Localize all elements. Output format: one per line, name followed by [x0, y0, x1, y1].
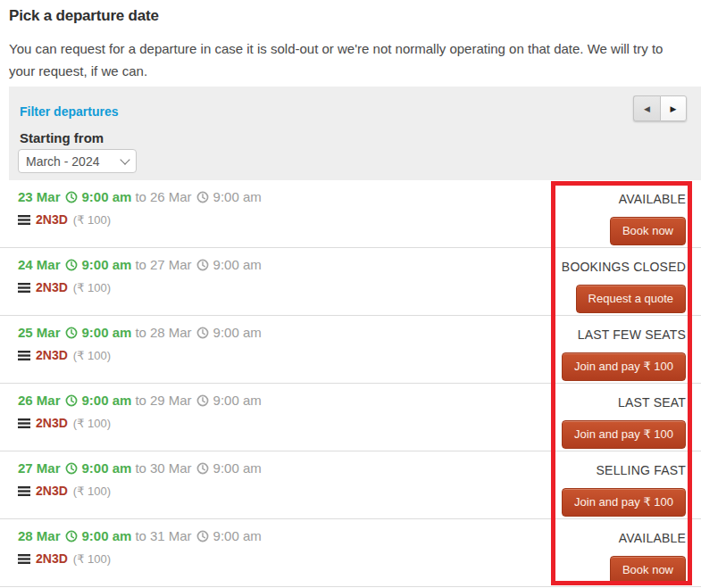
join-pay-button[interactable]: Join and pay ₹ 100 — [562, 352, 686, 381]
price-label: (₹ 100) — [73, 213, 111, 227]
prev-arrow-icon: ◀ — [644, 104, 650, 113]
menu-icon — [18, 351, 30, 360]
clock-icon — [65, 191, 78, 203]
clock-icon — [196, 191, 209, 203]
to-label: to — [135, 257, 146, 272]
status-badge: BOOKINGS CLOSED — [562, 260, 686, 274]
to-label: to — [135, 460, 146, 476]
page-title: Pick a departure date — [9, 7, 159, 25]
month-select[interactable]: March - 2024 — [18, 149, 137, 173]
to-label: to — [135, 393, 146, 408]
description-line-2: your request, if we can. — [9, 60, 701, 82]
month-select-value: March - 2024 — [26, 154, 118, 169]
end-date: 26 Mar — [150, 189, 192, 205]
clock-icon — [196, 394, 209, 407]
status-badge: LAST SEAT — [562, 395, 686, 410]
description-line-1: You can request for a departure in case … — [9, 37, 701, 60]
end-date: 30 Mar — [150, 460, 192, 476]
to-label: to — [135, 325, 146, 340]
next-arrow-icon: ▶ — [671, 104, 677, 113]
end-date: 27 Mar — [150, 257, 192, 273]
start-date: 25 Mar — [18, 325, 61, 341]
book-now-button[interactable]: Book now — [610, 217, 686, 245]
status-badge: LAST FEW SEATS — [562, 327, 686, 342]
menu-icon — [18, 486, 30, 496]
end-time: 9:00 am — [213, 460, 262, 476]
start-time: 9:00 am — [82, 393, 132, 409]
page-description: You can request for a departure in case … — [9, 37, 701, 82]
date-range: 28 Mar9:00 amto31 Mar9:00 am — [18, 528, 686, 544]
clock-icon — [65, 259, 78, 271]
clock-icon — [196, 327, 209, 339]
to-label: to — [135, 528, 146, 543]
status-badge: AVAILABLE — [610, 192, 686, 206]
end-time: 9:00 am — [213, 325, 262, 341]
duration-badge: 2N3D — [36, 212, 68, 227]
clock-icon — [196, 462, 209, 475]
start-date: 28 Mar — [18, 528, 61, 544]
start-time: 9:00 am — [82, 189, 132, 205]
chevron-down-icon — [120, 154, 129, 164]
start-date: 24 Mar — [18, 257, 61, 273]
start-date: 26 Mar — [18, 393, 61, 409]
departure-row: 23 Mar9:00 amto26 Mar9:00 am 2N3D (₹ 100… — [0, 180, 701, 248]
end-time: 9:00 am — [213, 257, 262, 273]
menu-icon — [18, 215, 30, 225]
request-quote-button[interactable]: Request a quote — [576, 285, 686, 313]
departure-row: 27 Mar9:00 amto30 Mar9:00 am 2N3D (₹ 100… — [0, 451, 701, 519]
clock-icon — [196, 259, 209, 271]
pager: ◀ ▶ — [633, 95, 687, 121]
menu-icon — [18, 418, 30, 428]
duration-badge: 2N3D — [36, 484, 68, 498]
departure-row: 24 Mar9:00 amto27 Mar9:00 am 2N3D (₹ 100… — [0, 248, 701, 316]
end-time: 9:00 am — [213, 393, 262, 409]
book-now-button[interactable]: Book now — [610, 556, 686, 584]
departure-row: 28 Mar9:00 amto31 Mar9:00 am 2N3D (₹ 100… — [0, 519, 701, 587]
price-label: (₹ 100) — [73, 484, 111, 498]
end-date: 29 Mar — [150, 393, 192, 409]
duration-badge: 2N3D — [36, 416, 68, 430]
start-date: 23 Mar — [18, 189, 61, 205]
end-date: 31 Mar — [150, 528, 192, 544]
filter-departures-link[interactable]: Filter departures — [20, 104, 118, 119]
start-time: 9:00 am — [82, 325, 132, 341]
price-label: (₹ 100) — [73, 349, 111, 362]
prev-month-button[interactable]: ◀ — [633, 95, 660, 121]
clock-icon — [65, 462, 78, 475]
end-time: 9:00 am — [213, 528, 262, 544]
start-date: 27 Mar — [18, 460, 61, 476]
duration-badge: 2N3D — [36, 280, 68, 294]
menu-icon — [18, 283, 30, 293]
clock-icon — [65, 394, 78, 407]
clock-icon — [65, 530, 78, 542]
departure-row: 25 Mar9:00 amto28 Mar9:00 am 2N3D (₹ 100… — [0, 316, 701, 384]
date-range: 23 Mar9:00 amto26 Mar9:00 am — [18, 189, 686, 205]
price-label: (₹ 100) — [73, 281, 111, 294]
join-pay-button[interactable]: Join and pay ₹ 100 — [562, 420, 686, 449]
price-label: (₹ 100) — [73, 417, 111, 430]
next-month-button[interactable]: ▶ — [660, 95, 687, 121]
duration-badge: 2N3D — [36, 348, 68, 362]
menu-icon — [18, 554, 30, 564]
start-time: 9:00 am — [82, 528, 132, 544]
status-badge: SELLING FAST — [562, 463, 686, 477]
to-label: to — [135, 189, 146, 204]
filter-panel: Filter departures Starting from March - … — [9, 87, 701, 180]
clock-icon — [65, 327, 78, 339]
start-time: 9:00 am — [82, 257, 132, 273]
join-pay-button[interactable]: Join and pay ₹ 100 — [562, 488, 686, 517]
end-date: 28 Mar — [150, 325, 192, 341]
starting-from-label: Starting from — [20, 130, 104, 145]
departure-row: 26 Mar9:00 amto29 Mar9:00 am 2N3D (₹ 100… — [0, 384, 701, 451]
status-badge: AVAILABLE — [610, 531, 686, 545]
end-time: 9:00 am — [213, 189, 262, 205]
departure-list: 23 Mar9:00 amto26 Mar9:00 am 2N3D (₹ 100… — [0, 180, 701, 587]
price-label: (₹ 100) — [73, 552, 111, 566]
start-time: 9:00 am — [82, 460, 132, 476]
duration-badge: 2N3D — [36, 551, 68, 566]
clock-icon — [196, 530, 209, 542]
